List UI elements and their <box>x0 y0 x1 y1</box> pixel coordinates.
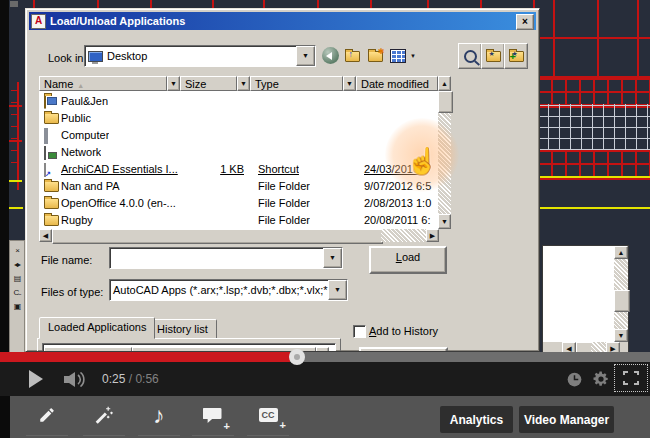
files-of-type-combobox[interactable]: AutoCAD Apps (*.arx;*.lsp;*.dvb;*.dbx;*.… <box>109 279 348 301</box>
video-editor-bar: ♪ + CC + Analytics Video Manager <box>0 396 650 438</box>
file-row[interactable]: Computer <box>39 127 438 144</box>
folder-icon <box>44 215 59 226</box>
file-row[interactable]: OpenOffice 4.0.0 (en-...File Folder2/08/… <box>39 195 438 212</box>
palette-resize-icon[interactable]: ◂▸ <box>14 261 20 269</box>
favorites-button[interactable] <box>481 43 505 69</box>
progress-played <box>0 352 290 362</box>
search-the-web-button[interactable] <box>458 43 482 69</box>
folder-icon <box>44 181 59 192</box>
list-scroll-left-button[interactable]: ◀ <box>39 229 52 242</box>
name-filter-dropdown[interactable]: ▼ <box>167 76 180 91</box>
column-header-date[interactable]: Date modified <box>356 76 438 91</box>
video-frame: ▲ ▼ ◀ ▶ × ◂▸ ▤ C.. ▣ A Load/Unload Appli… <box>0 0 650 438</box>
cc-icon: CC <box>259 408 278 422</box>
load-button[interactable]: Load <box>369 246 447 274</box>
captions-button[interactable]: CC + <box>245 396 291 434</box>
audio-button[interactable]: ♪ <box>136 396 182 434</box>
folder-icon <box>44 113 59 124</box>
list-scroll-up-button[interactable]: ▲ <box>438 76 451 91</box>
watch-later-icon[interactable] <box>567 372 582 387</box>
editor-bar-left-edge <box>0 396 10 438</box>
back-icon <box>322 47 339 64</box>
file-row[interactable]: Paul&Jen <box>39 93 438 110</box>
size-filter-dropdown[interactable]: ▼ <box>237 76 250 91</box>
palette-window-icon[interactable]: ▣ <box>14 303 21 311</box>
add-favorites-folder-icon <box>509 51 524 62</box>
file-name-dropdown-arrow[interactable]: ▼ <box>323 248 342 268</box>
pencil-icon <box>38 406 56 424</box>
palette-close-icon[interactable]: × <box>15 247 19 255</box>
comment-bubble-icon <box>203 407 223 424</box>
list-scroll-right-button[interactable]: ▶ <box>426 229 439 242</box>
column-header-size[interactable]: Size <box>180 76 237 91</box>
search-icon <box>464 50 477 63</box>
file-row[interactable]: RugbyFile Folder20/08/2011 6: <box>39 212 438 229</box>
annotations-button[interactable]: + <box>190 396 236 434</box>
look-in-label: Look in: <box>48 52 87 64</box>
music-note-icon: ♪ <box>153 404 165 427</box>
folder-icon <box>44 198 59 209</box>
column-header-type[interactable]: Type <box>250 76 343 91</box>
column-header-name[interactable]: Name▲ <box>39 76 167 91</box>
tab-loaded-applications[interactable]: Loaded Applications <box>39 317 155 339</box>
add-to-history-label[interactable]: Add to History <box>369 325 438 337</box>
new-folder-icon <box>368 51 383 62</box>
computer-icon <box>44 128 48 144</box>
look-in-combobox[interactable]: Desktop ▼ <box>84 45 316 67</box>
fullscreen-button[interactable] <box>614 364 648 392</box>
file-row[interactable]: Public <box>39 110 438 127</box>
add-to-favorites-button[interactable] <box>504 43 528 69</box>
enhancements-button[interactable] <box>81 396 127 434</box>
back-button[interactable] <box>320 45 340 65</box>
video-progress-bar[interactable] <box>0 352 650 362</box>
add-to-history-checkbox[interactable] <box>353 325 366 338</box>
progress-scrubber[interactable] <box>289 349 305 365</box>
file-name-label: File name: <box>41 254 92 266</box>
fullscreen-icon <box>623 371 639 385</box>
load-unload-dialog: A Load/Unload Applications × Look in: De… <box>25 8 540 352</box>
panel-vertical-scrollbar[interactable]: ▲ ▼ <box>614 246 628 343</box>
views-dropdown-arrow[interactable]: ▼ <box>410 53 416 59</box>
docked-palette-bar[interactable]: × ◂▸ ▤ C.. ▣ <box>9 240 25 353</box>
file-row-hovered[interactable]: ArchiCAD Essentials I...1 KBShortcut24/0… <box>39 161 438 178</box>
views-button[interactable] <box>388 46 408 66</box>
dialog-title: Load/Unload Applications <box>50 15 185 27</box>
new-folder-button[interactable] <box>365 46 385 66</box>
list-scroll-thumb[interactable] <box>438 91 453 113</box>
palette-title-label: C.. <box>13 289 20 297</box>
close-button[interactable]: × <box>516 14 534 30</box>
list-hscroll-track[interactable] <box>381 229 426 242</box>
drawing-corner-mark <box>10 1 18 7</box>
file-row[interactable]: Nan and PAFile Folder9/07/2012 6:5 <box>39 178 438 195</box>
palette-list-icon[interactable]: ▤ <box>14 275 21 283</box>
list-hscroll-thumb[interactable] <box>52 229 383 244</box>
list-scroll-down-button[interactable]: ▼ <box>438 214 451 229</box>
time-display: 0:25 / 0:56 <box>102 372 159 386</box>
type-filter-dropdown[interactable]: ▼ <box>343 76 356 91</box>
look-in-value: Desktop <box>107 50 147 62</box>
background-panel: ▲ ▼ ◀ ▶ <box>542 245 629 357</box>
scroll-thumb[interactable] <box>614 290 630 312</box>
time-separator: / <box>125 372 135 386</box>
hand-cursor-icon <box>406 146 438 177</box>
volume-icon[interactable] <box>64 372 88 387</box>
analytics-button[interactable]: Analytics <box>440 406 513 433</box>
files-of-type-dropdown-arrow[interactable]: ▼ <box>328 280 347 300</box>
scroll-down-button[interactable]: ▼ <box>614 329 628 342</box>
look-in-dropdown-arrow[interactable]: ▼ <box>296 46 315 66</box>
desktop-icon <box>88 51 103 62</box>
scroll-up-button[interactable]: ▲ <box>614 246 628 259</box>
edit-info-button[interactable] <box>24 396 70 434</box>
up-one-level-button[interactable] <box>342 46 362 66</box>
file-name-combobox[interactable]: ▼ <box>109 247 343 269</box>
up-folder-icon <box>345 51 360 62</box>
video-manager-button[interactable]: Video Manager <box>519 406 614 433</box>
tab-history-list[interactable]: History list <box>148 319 217 339</box>
file-list: Paul&Jen Public Computer Network ArchiCA… <box>39 91 438 229</box>
dialog-titlebar[interactable]: A Load/Unload Applications × <box>29 12 536 30</box>
settings-gear-icon[interactable] <box>592 370 610 388</box>
magic-wand-icon <box>94 405 114 425</box>
network-icon <box>44 146 46 160</box>
file-row[interactable]: Network <box>39 144 438 161</box>
play-button[interactable] <box>28 370 44 388</box>
